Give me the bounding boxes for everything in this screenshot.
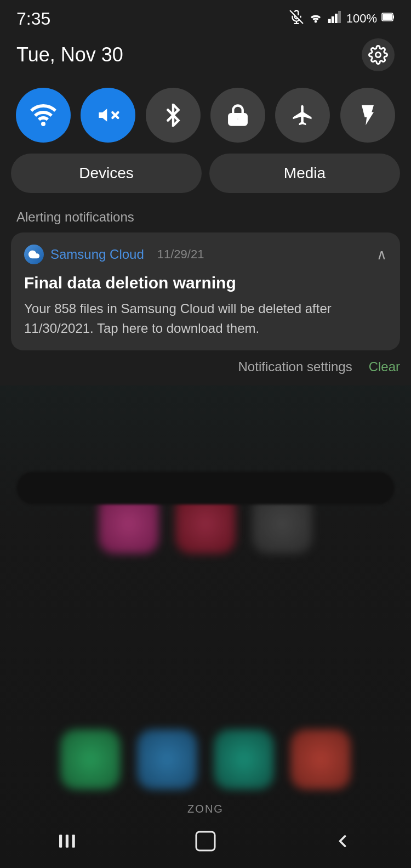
action-buttons-row: Devices Media xyxy=(0,154,411,204)
notification-title: Final data deletion warning xyxy=(24,272,387,293)
recent-apps-icon xyxy=(58,832,79,855)
carrier-label: ZONG xyxy=(0,803,411,815)
flashlight-icon xyxy=(356,103,380,127)
mute-icon xyxy=(95,104,121,126)
notification-app-info: Samsung Cloud 11/29/21 xyxy=(24,245,204,264)
notification-header: Samsung Cloud 11/29/21 ∧ xyxy=(24,245,387,264)
flashlight-toggle[interactable] xyxy=(340,88,395,143)
battery-icon xyxy=(381,11,395,26)
alerting-notifications-label: Alerting notifications xyxy=(0,204,411,232)
svg-rect-17 xyxy=(66,835,68,848)
status-bar: 7:35 xyxy=(0,0,411,33)
notification-body: Your 858 files in Samsung Cloud will be … xyxy=(24,299,387,338)
date-row: Tue, Nov 30 xyxy=(0,33,411,82)
date-display: Tue, Nov 30 xyxy=(16,43,123,66)
notification-settings-button[interactable]: Notification settings xyxy=(238,359,352,375)
quick-toggles-row xyxy=(0,82,411,154)
settings-button[interactable] xyxy=(362,38,395,71)
notification-app-name: Samsung Cloud xyxy=(50,247,144,262)
airplane-toggle[interactable] xyxy=(275,88,330,143)
recent-apps-button[interactable] xyxy=(47,830,90,857)
app-bar xyxy=(16,472,395,504)
svg-rect-9 xyxy=(383,14,392,20)
airplane-icon xyxy=(290,103,315,127)
home-icon xyxy=(192,827,219,859)
home-button[interactable] xyxy=(184,830,227,857)
status-time: 7:35 xyxy=(16,9,50,29)
svg-rect-16 xyxy=(59,835,62,848)
svg-rect-6 xyxy=(338,11,341,23)
svg-marker-11 xyxy=(99,109,107,121)
notification-clear-button[interactable]: Clear xyxy=(369,359,400,375)
svg-rect-3 xyxy=(328,19,330,23)
svg-rect-19 xyxy=(196,832,215,850)
back-button[interactable] xyxy=(321,830,364,857)
svg-rect-18 xyxy=(72,835,75,848)
bluetooth-icon xyxy=(162,104,185,127)
sound-toggle[interactable] xyxy=(81,88,135,143)
status-icons: 100% xyxy=(289,10,395,27)
svg-point-15 xyxy=(237,117,239,120)
gear-icon xyxy=(368,45,388,65)
svg-point-10 xyxy=(376,53,381,58)
bluetooth-toggle[interactable] xyxy=(146,88,201,143)
notification-time: 11/29/21 xyxy=(157,247,204,262)
lock-icon xyxy=(226,104,249,127)
notification-card[interactable]: Samsung Cloud 11/29/21 ∧ Final data dele… xyxy=(11,232,400,350)
bg-app-icon xyxy=(60,729,121,790)
bottom-navigation xyxy=(0,819,411,868)
svg-rect-5 xyxy=(335,14,338,23)
media-button[interactable]: Media xyxy=(209,154,400,193)
devices-button[interactable]: Devices xyxy=(11,154,202,193)
notification-panel: 7:35 xyxy=(0,0,411,385)
wifi-icon xyxy=(30,104,56,126)
wifi-status-icon xyxy=(308,11,323,26)
bg-app-icon xyxy=(290,729,351,790)
screen-lock-toggle[interactable] xyxy=(210,88,265,143)
signal-icon xyxy=(328,11,342,26)
svg-rect-8 xyxy=(393,15,394,19)
notification-actions: Notification settings Clear xyxy=(0,350,411,375)
bg-app-icon xyxy=(137,729,197,790)
battery-percent: 100% xyxy=(346,12,377,26)
samsung-cloud-icon xyxy=(24,245,44,264)
back-icon xyxy=(333,831,352,855)
bg-app-icon xyxy=(214,729,274,790)
svg-rect-4 xyxy=(332,16,334,23)
wifi-toggle[interactable] xyxy=(16,88,71,143)
mute-icon xyxy=(289,10,304,27)
notification-collapse-icon[interactable]: ∧ xyxy=(376,246,387,263)
